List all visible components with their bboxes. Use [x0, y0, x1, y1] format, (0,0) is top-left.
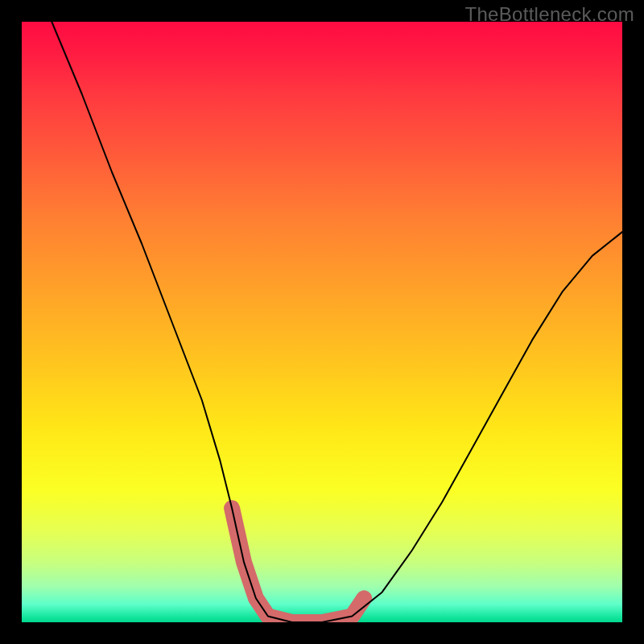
curve-line — [52, 22, 622, 622]
bottleneck-chart — [22, 22, 622, 622]
highlight-segment — [232, 508, 364, 622]
watermark-text: TheBottleneck.com — [464, 3, 634, 26]
